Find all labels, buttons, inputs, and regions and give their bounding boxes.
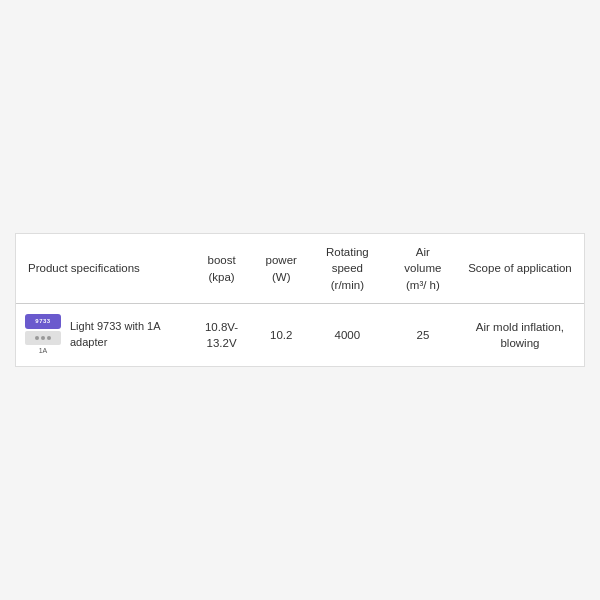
header-power: power (W) <box>258 234 305 303</box>
product-image: 9733 1A <box>24 314 62 356</box>
header-air-volume: Air volume (m³/ h) <box>390 234 456 303</box>
cell-scope: Air mold inflation, blowing <box>456 303 584 366</box>
header-rotating-speed: Rotating speed (r/min) <box>305 234 390 303</box>
cell-boost: 10.8V-13.2V <box>186 303 258 366</box>
dot-1 <box>35 336 39 340</box>
product-image-bottom <box>25 331 61 345</box>
dot-2 <box>41 336 45 340</box>
adapter-label: 1A <box>39 346 48 356</box>
product-name: Light 9733 with 1A adapter <box>70 319 178 350</box>
product-specs-table: Product specifications boost (kpa) power… <box>15 233 585 366</box>
header-product: Product specifications <box>16 234 186 303</box>
cell-air-volume: 25 <box>390 303 456 366</box>
cell-rotating-speed: 4000 <box>305 303 390 366</box>
product-image-top: 9733 <box>25 314 61 329</box>
dot-3 <box>47 336 51 340</box>
cell-product: 9733 1A Light 9733 with 1 <box>16 303 186 366</box>
header-boost: boost (kpa) <box>186 234 258 303</box>
cell-power: 10.2 <box>258 303 305 366</box>
header-scope: Scope of application <box>456 234 584 303</box>
table-row: 9733 1A Light 9733 with 1 <box>16 303 584 366</box>
